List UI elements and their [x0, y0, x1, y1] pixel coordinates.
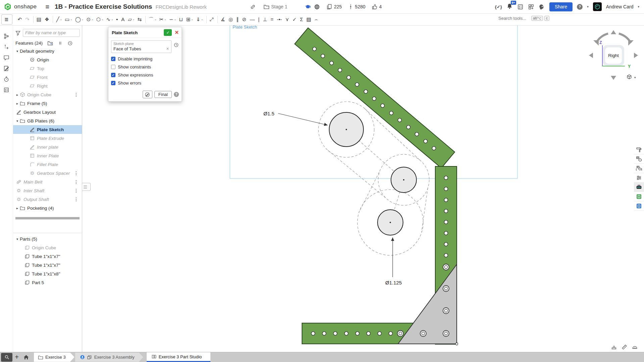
user-menu-caret-icon[interactable]: ▾	[638, 5, 639, 8]
extend-tool[interactable]: ⊔	[178, 15, 185, 24]
redo-button[interactable]: ↷	[24, 15, 32, 24]
suppress-pause-icon[interactable]	[58, 41, 63, 46]
style-tool[interactable]: ❖	[43, 15, 51, 24]
tasks-icon[interactable]	[517, 4, 524, 10]
dialog-checkbox[interactable]: Show constraints	[111, 64, 179, 69]
config-publication-icon[interactable]	[634, 164, 644, 173]
feature-item[interactable]: ▸ Origin Cube ⋮	[13, 90, 82, 99]
toolbar-tool[interactable]	[33, 16, 34, 23]
concentric-constraint[interactable]: ◎	[227, 15, 235, 24]
item-menu-dots-icon[interactable]: ⋮	[74, 179, 82, 184]
filter-icon[interactable]	[15, 30, 21, 36]
field-clear-icon[interactable]: ✕	[166, 47, 169, 51]
midpoint-constraint[interactable]: -•-	[276, 15, 284, 24]
polygon-tool[interactable]: ⬡⌄	[95, 15, 105, 24]
apps-grid-icon[interactable]	[528, 4, 534, 10]
feature-item[interactable]: ▾ GB Plates (6)	[13, 116, 82, 125]
config-table-icon[interactable]	[634, 154, 644, 164]
panel-resize-handle[interactable]	[82, 183, 91, 191]
snapshot-icon[interactable]	[611, 344, 617, 350]
offset-tool[interactable]: ∽⌄	[168, 15, 178, 24]
feature-item[interactable]: Fillet Plate	[13, 160, 82, 169]
mirror-tool[interactable]: ⇆	[136, 15, 144, 24]
item-menu-dots-icon[interactable]: ⋮	[74, 92, 82, 97]
expand-caret-icon[interactable]: ▸	[15, 102, 20, 105]
protractor-icon[interactable]	[632, 344, 638, 350]
horizontal-constraint[interactable]: —	[248, 15, 257, 24]
learning-center-icon[interactable]	[634, 192, 644, 201]
appearance-panel-icon[interactable]	[634, 145, 644, 154]
rollback-bar[interactable]	[15, 217, 80, 219]
copies-icon[interactable]	[326, 4, 332, 10]
feature-item[interactable]: ▸ Frame (5)	[13, 99, 82, 108]
pattern-tool[interactable]: ⊞⌄	[185, 15, 195, 24]
parts-header[interactable]: ▾ Parts (5)	[13, 235, 82, 243]
equal-constraint[interactable]: =	[269, 15, 276, 24]
point-tool[interactable]: •	[115, 15, 120, 24]
fix-constraint[interactable]: ▨	[305, 15, 313, 24]
featurescript-check-icon[interactable]: {✓}	[495, 4, 502, 9]
bom-rail-icon[interactable]	[0, 85, 13, 95]
configurations-icon[interactable]	[634, 173, 644, 183]
help-caret-icon[interactable]: ▾	[587, 5, 589, 8]
dialog-help-icon[interactable]: ?	[174, 92, 179, 97]
feature-item[interactable]: Right	[13, 82, 82, 90]
checkbox-box[interactable]	[111, 73, 115, 77]
pierce-constraint[interactable]: ⋎	[284, 15, 291, 24]
documentation-icon[interactable]	[634, 201, 644, 211]
checkbox-box[interactable]	[111, 57, 115, 61]
checkbox-box[interactable]	[111, 81, 115, 85]
paste-tool[interactable]: ▤	[35, 15, 43, 24]
feature-item[interactable]: Origin	[13, 55, 82, 64]
user-name[interactable]: Andrew Card	[606, 4, 634, 9]
history-clock-icon[interactable]	[67, 41, 73, 46]
likes-icon[interactable]	[371, 4, 378, 10]
view-cube-face-label[interactable]: Right	[608, 53, 619, 58]
help-icon[interactable]: ?	[577, 4, 583, 10]
dialog-close-button[interactable]: ✕	[175, 30, 179, 36]
folder-breadcrumb[interactable]: Stage 1	[271, 4, 287, 9]
tab-exercise-3[interactable]: Exercise 3	[34, 353, 75, 362]
item-menu-dots-icon[interactable]: ⋮	[74, 197, 82, 202]
toolbar-tool[interactable]	[53, 16, 53, 23]
part-item[interactable]: Tube 1"x1"x7"	[13, 252, 82, 261]
toolbar-tool[interactable]	[145, 16, 146, 23]
document-title[interactable]: 1B - Practice Exercise Solutions	[55, 3, 152, 10]
featurescript-panel-icon[interactable]	[634, 183, 644, 192]
expand-caret-icon[interactable]: ▸	[15, 206, 20, 210]
part-item[interactable]: Origin Cube	[13, 243, 82, 252]
part-item[interactable]: Tube 1"x1"x8"	[13, 269, 82, 278]
versions-icon[interactable]	[348, 4, 353, 10]
avatar[interactable]	[593, 2, 602, 11]
comments-rail-icon[interactable]	[0, 52, 13, 63]
vertical-constraint[interactable]: |	[257, 15, 261, 24]
tangent-constraint[interactable]: ⊘	[241, 15, 249, 24]
filter-input[interactable]	[23, 29, 80, 37]
fillet-tool[interactable]: ⌒⌄	[147, 15, 158, 24]
field-history-clock-icon[interactable]	[174, 42, 179, 48]
toolbar-tool[interactable]	[217, 16, 218, 23]
dimension-tool[interactable]: ⤢	[208, 15, 216, 24]
tab-exercise-3-part-studio[interactable]: Exercise 3 Part Studio	[147, 352, 211, 362]
final-button[interactable]: Final	[154, 91, 172, 98]
feature-item[interactable]: Top	[13, 64, 82, 73]
dialog-checkbox[interactable]: Show errors	[111, 81, 179, 86]
circle-tool[interactable]: ◯⌄	[74, 15, 85, 24]
feature-item[interactable]: ▸ Pocketing (4)	[13, 204, 82, 212]
sketch-features-button[interactable]: ≣	[1, 14, 12, 24]
final-sketch-icon[interactable]	[143, 91, 152, 98]
parallel-constraint[interactable]: ∥	[235, 15, 241, 24]
versions-rail-icon[interactable]	[0, 31, 13, 42]
view-cube[interactable]: Right Z Y ▾	[587, 27, 644, 84]
normal-constraint[interactable]: ✓	[291, 15, 299, 24]
tool-search-input[interactable]	[498, 15, 530, 21]
diagonal-tube[interactable]	[295, 28, 455, 168]
gusset-plate[interactable]	[397, 264, 458, 345]
trim-tool[interactable]: ✂⌄	[158, 15, 168, 24]
tab-search-icon[interactable]	[1, 353, 12, 362]
notifications-bell-icon[interactable]: 9+	[506, 3, 513, 10]
feature-item[interactable]: Front	[13, 73, 82, 82]
feature-item[interactable]: Output Shaft ⋮	[13, 195, 82, 204]
part-item[interactable]: Tube 1"x1"x7"	[13, 261, 82, 269]
feature-item[interactable]: ▾ Default geometry	[13, 47, 82, 55]
